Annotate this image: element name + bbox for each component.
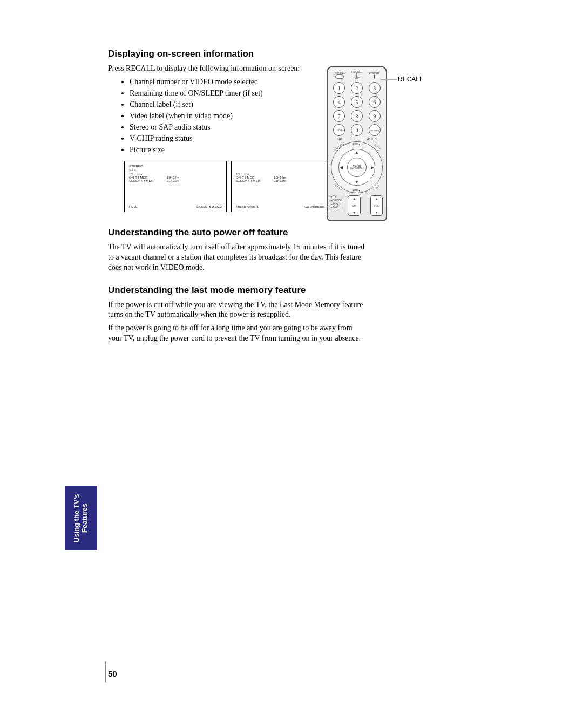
section-tab: Using the TV'sFeatures	[65, 486, 97, 550]
device-selector: TV SAT/CBL VCR DVD	[331, 195, 344, 209]
ch-up-icon: ▲	[352, 197, 356, 200]
panel-picture-size: FULL	[129, 205, 137, 209]
remote-illustration: RECALL TV/VIDEO RECALLINFO POWER 1 2 3 4…	[327, 66, 387, 221]
tab-line2: Features	[80, 504, 89, 533]
bullet: V-CHIP rating status	[130, 133, 486, 144]
label-tvvideo: TV/VIDEO	[333, 71, 345, 74]
menu-button[interactable]: MENU DVDMENU	[347, 158, 367, 177]
ch-down-icon: ▼	[352, 211, 356, 214]
panel-line: SLEEP T I MER	[129, 179, 167, 183]
last-mode-memory-p1: If the power is cut off while you are vi…	[108, 300, 367, 321]
panel-channel: 6 ABCD	[209, 205, 222, 208]
panel-line: ON T I MER	[236, 176, 274, 180]
panel-line: SAP	[129, 168, 222, 172]
num-4-button[interactable]: 4	[333, 96, 345, 108]
panel-value: 10h34m	[274, 176, 301, 180]
dev-sat: SAT/CBL	[331, 199, 343, 202]
nav-down-icon[interactable]: ▼	[355, 180, 359, 185]
nav-left-icon[interactable]: ◀	[340, 165, 343, 170]
bullet: Video label (when in video mode)	[130, 110, 486, 121]
panel-line: ON T I MER	[129, 176, 167, 180]
bullet: Remaining time of ON/SLEEP timer (if set…	[130, 87, 486, 99]
bullet: Channel number or VIDEO mode selected	[130, 76, 486, 87]
panel-value: 01h23m	[167, 179, 194, 183]
dev-vcr: VCR	[331, 203, 343, 206]
label-vol: VOL	[374, 204, 379, 207]
channel-rocker[interactable]: ▲ CH ▼	[348, 195, 360, 216]
page-number: 50	[108, 669, 117, 678]
intro-text: Press RECALL to display the following in…	[108, 64, 486, 74]
label-fav-up: FAV▲	[353, 142, 361, 146]
panel-line: SLEEP T I MER	[236, 179, 274, 183]
panel-video-label: ColorStreamHD	[304, 205, 329, 209]
volume-rocker[interactable]: ▲ VOL ▼	[370, 195, 383, 216]
osd-preview-panels: STEREO SAP TV – PG ON T I MER10h34m SLEE…	[124, 161, 486, 212]
label-info: INFO	[354, 77, 360, 80]
num-1-button[interactable]: 1	[333, 82, 345, 94]
nav-up-icon[interactable]: ▲	[355, 150, 359, 155]
panel-line: TV – PG	[236, 172, 329, 176]
label-chrtn: CH RTN	[367, 137, 377, 140]
num-9-button[interactable]: 9	[369, 110, 381, 122]
osd-bullets: Channel number or VIDEO mode selected Re…	[130, 76, 486, 155]
auto-power-off-text: The TV will automatically turn itself of…	[108, 242, 367, 273]
panel-line: TV – PG	[129, 172, 222, 176]
nav-ring: FAV▲ FAV▼ TOP MENU SLEEP ENTER CLEAR ▲ ▼…	[331, 141, 383, 193]
dev-tv: TV	[331, 195, 343, 199]
nav-right-icon[interactable]: ▶	[371, 165, 374, 170]
num-2-button[interactable]: 2	[351, 82, 363, 94]
chrtn-button[interactable]: CH RTN	[369, 124, 381, 136]
heading-display-osd: Displaying on-screen information	[108, 49, 486, 59]
panel-picture-size: TheaterWide 1	[236, 205, 259, 209]
vol-up-icon: ▲	[375, 197, 378, 200]
vol-down-icon: ▼	[375, 211, 378, 214]
last-mode-memory-p2: If the power is going to be off for a lo…	[108, 323, 367, 344]
num-100-button[interactable]: 100	[333, 124, 345, 136]
num-3-button[interactable]: 3	[369, 82, 381, 94]
panel-value: 10h34m	[167, 176, 194, 180]
osd-panel-video: TV – PG ON T I MER10h34m SLEEP T I MER01…	[231, 161, 334, 212]
label-plus10: +10	[337, 137, 341, 140]
power-button[interactable]	[374, 74, 375, 79]
heading-auto-power-off: Understanding the auto power off feature	[108, 227, 486, 238]
bullet: Stereo or SAP audio status	[130, 121, 486, 133]
num-8-button[interactable]: 8	[351, 110, 363, 122]
label-ch: CH	[352, 204, 356, 207]
tvvideo-button[interactable]	[335, 74, 344, 79]
callout-line	[381, 79, 397, 80]
dev-dvd: DVD	[331, 206, 343, 209]
page-rule	[105, 661, 106, 683]
label-dvdmenu: DVDMENU	[350, 167, 363, 171]
num-0-button[interactable]: 0	[351, 124, 363, 136]
num-7-button[interactable]: 7	[333, 110, 345, 122]
bullet: Channel label (if set)	[130, 99, 486, 110]
tab-line1: Using the TV's	[72, 494, 80, 542]
num-5-button[interactable]: 5	[351, 96, 363, 108]
osd-panel-tv: STEREO SAP TV – PG ON T I MER10h34m SLEE…	[124, 161, 227, 212]
callout-recall: RECALL	[398, 76, 423, 83]
heading-last-mode-memory: Understanding the last mode memory featu…	[108, 285, 486, 296]
num-6-button[interactable]: 6	[369, 96, 381, 108]
panel-value: 01h23m	[274, 179, 301, 183]
remote-body: TV/VIDEO RECALLINFO POWER 1 2 3 4 5 6 7 …	[327, 66, 387, 221]
bullet: Picture size	[130, 144, 486, 155]
label-fav-down: FAV▼	[353, 189, 361, 192]
panel-line: STEREO	[129, 165, 222, 168]
panel-source: CABLE	[196, 205, 207, 208]
